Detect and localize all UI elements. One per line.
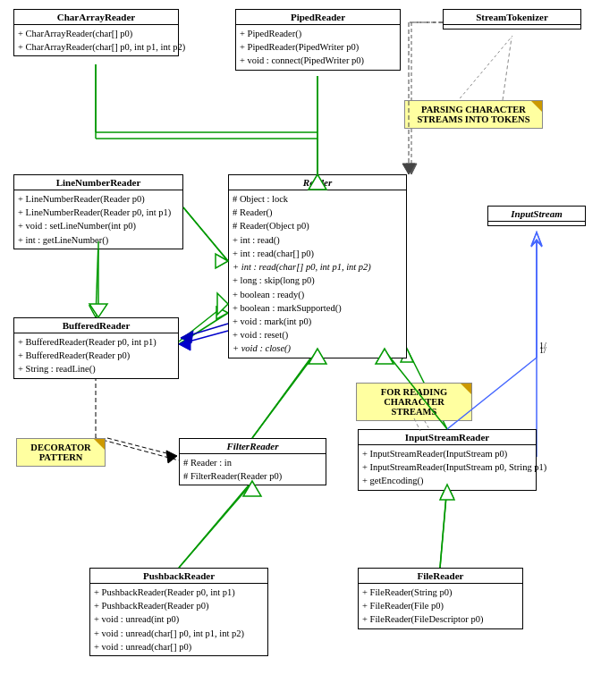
InputStreamReader-title: InputStreamReader [359, 430, 536, 445]
svg-line-5 [183, 207, 228, 261]
member: # FilterReader(Reader p0) [183, 469, 322, 483]
PipedReader-members: + PipedReader() + PipedReader(PipedWrite… [236, 25, 400, 70]
member: + String : readLine() [18, 362, 174, 375]
InputStream-title: InputStream [488, 207, 585, 222]
parsing-note: PARSING CHARACTER STREAMS INTO TOKENS [404, 100, 543, 129]
PushbackReader-box: PushbackReader + PushbackReader(Reader p… [89, 568, 268, 656]
member: + PipedReader() [240, 27, 396, 40]
svg-marker-57 [166, 451, 177, 463]
svg-marker-55 [402, 164, 415, 174]
decorator-note: DECORATOR PATTERN [16, 438, 106, 467]
FilterReader-box: FilterReader # Reader : in # FilterReade… [179, 438, 326, 485]
member: + void : mark(int p0) [233, 315, 402, 328]
svg-line-41 [179, 304, 226, 342]
svg-text:1/: 1/ [539, 341, 546, 350]
svg-line-58 [179, 483, 252, 568]
member: + CharArrayReader(char[] p0) [18, 27, 174, 40]
svg-marker-44 [181, 331, 193, 343]
member: + PushbackReader(Reader p0) [94, 599, 264, 612]
member: # Reader(Object p0) [233, 219, 402, 232]
svg-line-30 [96, 241, 98, 317]
svg-line-43 [181, 324, 228, 338]
svg-marker-28 [179, 338, 190, 350]
member: + int : getLineNumber() [18, 233, 179, 247]
PipedReader-title: PipedReader [236, 10, 400, 25]
member: + FileReader(File p0) [362, 599, 519, 612]
parsing-note-text: PARSING CHARACTER STREAMS INTO TOKENS [417, 105, 529, 124]
member: + long : skip(long p0) [233, 274, 402, 287]
svg-line-37 [183, 207, 228, 261]
member: # Reader() [233, 206, 402, 219]
svg-line-10 [96, 438, 179, 460]
svg-marker-31 [89, 306, 102, 317]
for-reading-note: FOR READING CHARACTER STREAMS [356, 383, 472, 421]
svg-marker-21 [406, 164, 417, 174]
for-reading-note-text: FOR READING CHARACTER STREAMS [381, 387, 447, 417]
member: + int : read(char[] p0) [233, 247, 402, 260]
member: + void : close() [233, 342, 402, 355]
BufferedReader-title: BufferedReader [14, 318, 178, 333]
member: + LineNumberReader(Reader p0) [18, 192, 179, 206]
decorator-note-text: DECORATOR PATTERN [30, 443, 90, 462]
svg-marker-24 [531, 232, 542, 246]
Reader-title: Reader [229, 175, 406, 190]
member: + void : reset() [233, 328, 402, 342]
FileReader-title: FileReader [359, 569, 522, 584]
svg-marker-38 [216, 254, 228, 268]
svg-line-15 [179, 481, 252, 568]
svg-text:1/: 1/ [539, 345, 546, 355]
BufferedReader-box: BufferedReader + BufferedReader(Reader p… [13, 317, 179, 379]
svg-line-60 [440, 486, 447, 568]
member: + void : connect(PipedWriter p0) [240, 54, 396, 67]
StreamTokenizer-title: StreamTokenizer [444, 10, 580, 25]
member: + int : read(char[] p0, int p1, int p2) [233, 260, 402, 274]
CharArrayReader-title: CharArrayReader [14, 10, 178, 25]
member: + FileReader(String p0) [362, 586, 519, 599]
InputStream-members [488, 222, 585, 225]
member: + boolean : ready() [233, 288, 402, 301]
FilterReader-title: FilterReader [180, 439, 326, 454]
StreamTokenizer-members [444, 25, 580, 29]
member: + void : unread(int p0) [94, 612, 264, 626]
Reader-box: Reader # Object : lock # Reader() # Read… [228, 174, 407, 358]
BufferedReader-members: + BufferedReader(Reader p0, int p1) + Bu… [14, 333, 178, 378]
member: + getEncoding() [362, 474, 532, 487]
member: + BufferedReader(Reader p0, int p1) [18, 335, 174, 349]
svg-line-11 [252, 349, 317, 438]
member: + PushbackReader(Reader p0, int p1) [94, 586, 264, 599]
member: + FileReader(FileDescriptor p0) [362, 612, 519, 626]
PushbackReader-members: + PushbackReader(Reader p0, int p1) + Pu… [90, 584, 267, 655]
svg-line-56 [107, 438, 177, 456]
member: + int : read() [233, 233, 402, 247]
member: + void : unread(char[] p0, int p1, int p… [94, 627, 264, 640]
LineNumberReader-title: LineNumberReader [14, 175, 182, 190]
LineNumberReader-box: LineNumberReader + LineNumberReader(Read… [13, 174, 183, 249]
svg-marker-42 [217, 293, 228, 315]
member: + void : setLineNumber(int p0) [18, 219, 179, 232]
member: + PipedReader(PipedWriter p0) [240, 40, 396, 54]
svg-line-45 [252, 350, 317, 438]
member: + boolean : markSupported() [233, 301, 402, 315]
PushbackReader-title: PushbackReader [90, 569, 267, 584]
member: + void : unread(char[] p0) [94, 640, 264, 654]
InputStream-box: InputStream [487, 206, 586, 226]
InputStreamReader-members: + InputStreamReader(InputStream p0) + In… [359, 445, 536, 490]
svg-line-27 [179, 331, 228, 344]
PipedReader-box: PipedReader + PipedReader() + PipedReade… [235, 9, 401, 71]
InputStreamReader-box: InputStreamReader + InputStreamReader(In… [358, 429, 537, 491]
svg-marker-8 [216, 307, 228, 319]
LineNumberReader-members: + LineNumberReader(Reader p0) + LineNumb… [14, 190, 182, 249]
svg-marker-6 [216, 255, 228, 267]
member: + InputStreamReader(InputStream p0, Stri… [362, 460, 532, 474]
member: # Object : lock [233, 192, 402, 206]
svg-marker-40 [89, 304, 107, 317]
FilterReader-members: # Reader : in # FilterReader(Reader p0) [180, 454, 326, 485]
member: + LineNumberReader(Reader p0, int p1) [18, 206, 179, 219]
FileReader-box: FileReader + FileReader(String p0) + Fil… [358, 568, 523, 629]
svg-line-17 [440, 485, 447, 568]
member: + BufferedReader(Reader p0) [18, 349, 174, 362]
Reader-members: # Object : lock # Reader() # Reader(Obje… [229, 190, 406, 358]
StreamTokenizer-box: StreamTokenizer [443, 9, 581, 30]
CharArrayReader-members: + CharArrayReader(char[] p0) + CharArray… [14, 25, 178, 55]
FileReader-members: + FileReader(String p0) + FileReader(Fil… [359, 584, 522, 628]
